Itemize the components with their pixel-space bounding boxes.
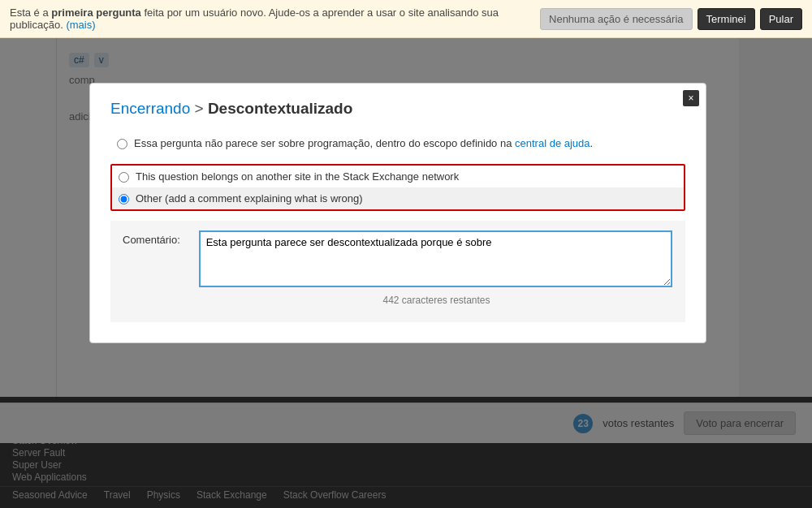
terminei-button[interactable]: Terminei [698, 8, 755, 30]
option2-item: This question belongs on another site in… [112, 166, 684, 187]
comment-section: Comentário: 442 caracteres restantes [110, 221, 685, 322]
option1-suffix: . [590, 137, 594, 149]
comment-input-wrapper [199, 230, 672, 290]
option3-radio[interactable] [119, 194, 129, 204]
banner-prefix: Esta é a [10, 6, 51, 19]
options-bordered-group: This question belongs on another site in… [110, 164, 685, 211]
option3-item: Other (add a comment explaining what is … [112, 187, 684, 209]
option1-text: Essa pergunta não parece ser sobre progr… [134, 137, 515, 149]
option1-item: Essa pergunta não parece ser sobre progr… [110, 132, 685, 154]
modal-title: Encerrando > Descontextualizado [110, 100, 685, 118]
option1-help-link[interactable]: central de ajuda [515, 137, 590, 149]
option1-radio[interactable] [117, 139, 127, 149]
option1-label: Essa pergunta não parece ser sobre progr… [134, 137, 593, 149]
modal-title-link[interactable]: Encerrando [110, 100, 190, 117]
option3-label: Other (add a comment explaining what is … [136, 192, 363, 204]
option2-radio[interactable] [119, 172, 129, 183]
modal-title-bold: Descontextualizado [208, 100, 352, 117]
top-banner: Esta é a primeira pergunta feita por um … [0, 0, 812, 38]
comment-label: Comentário: [123, 230, 196, 246]
comment-textarea[interactable] [199, 230, 672, 287]
banner-message: Esta é a primeira pergunta feita por um … [10, 6, 540, 31]
page-background: c# v comp adicio × Encerrando > Desconte… [0, 38, 812, 508]
close-reason-modal: × Encerrando > Descontextualizado Essa p… [89, 83, 706, 343]
banner-bold: primeira pergunta [51, 6, 141, 19]
chars-remaining: 442 caracteres restantes [200, 295, 673, 306]
banner-more-link[interactable]: (mais) [66, 19, 95, 31]
option1-group: Essa pergunta não parece ser sobre progr… [110, 132, 685, 154]
modal-title-arrow: > [195, 100, 208, 117]
option2-label: This question belongs on another site in… [136, 170, 459, 183]
pular-button[interactable]: Pular [760, 8, 802, 30]
modal-close-button[interactable]: × [683, 90, 699, 106]
banner-actions: Nenhuma ação é necessária Terminei Pular [540, 8, 802, 30]
no-action-button[interactable]: Nenhuma ação é necessária [540, 8, 693, 30]
